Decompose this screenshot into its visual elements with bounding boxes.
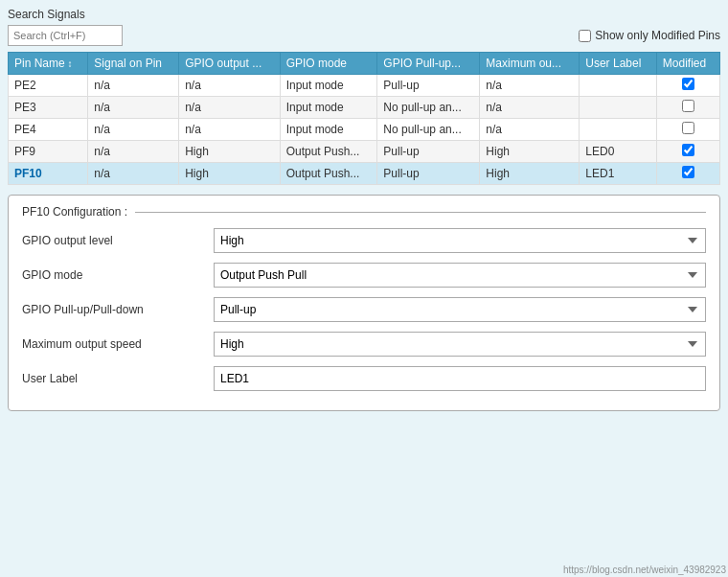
cell-gpio_output: High xyxy=(179,141,280,163)
config-select-gpio_mode[interactable]: Input modeOutput Push PullOutput Open Dr… xyxy=(214,263,706,288)
modified-checkbox[interactable] xyxy=(682,100,694,112)
config-row-user_label: User Label xyxy=(22,366,706,391)
table-row[interactable]: PF9n/aHighOutput Push...Pull-upHighLED0 xyxy=(9,141,720,163)
cell-signal_on_pin: n/a xyxy=(88,163,179,185)
cell-signal_on_pin: n/a xyxy=(88,75,179,97)
table-wrapper: Pin Name Signal on Pin GPIO output ... G… xyxy=(8,52,720,185)
config-title-text: PF10 Configuration : xyxy=(22,205,127,219)
modified-checkbox[interactable] xyxy=(682,122,694,134)
config-select-max_output_speed[interactable]: LowMediumHighVery High xyxy=(214,332,706,357)
config-row-gpio_pullup: GPIO Pull-up/Pull-downNo pull-up and no … xyxy=(22,297,706,322)
config-control-gpio_pullup: No pull-up and no pull-downPull-upPull-d… xyxy=(214,297,706,322)
col-modified[interactable]: Modified xyxy=(656,53,719,75)
config-label-gpio_output_level: GPIO output level xyxy=(22,234,214,247)
cell-modified xyxy=(656,97,719,119)
show-modified-label: Show only Modified Pins xyxy=(595,29,720,42)
cell-modified xyxy=(656,163,719,185)
cell-modified xyxy=(656,75,719,97)
search-label: Search Signals xyxy=(8,8,720,21)
cell-user_label: LED0 xyxy=(580,141,657,163)
cell-pin_name: PF10 xyxy=(9,163,88,185)
table-row[interactable]: PE2n/an/aInput modePull-upn/a xyxy=(9,75,720,97)
config-control-max_output_speed: LowMediumHighVery High xyxy=(214,332,706,357)
col-pin-name[interactable]: Pin Name xyxy=(9,53,88,75)
config-control-gpio_mode: Input modeOutput Push PullOutput Open Dr… xyxy=(214,263,706,288)
cell-gpio_mode: Output Push... xyxy=(280,163,377,185)
cell-user_label xyxy=(580,119,657,141)
modified-checkbox[interactable] xyxy=(682,166,694,178)
cell-gpio_mode: Input mode xyxy=(280,119,377,141)
col-user-label[interactable]: User Label xyxy=(580,53,657,75)
cell-signal_on_pin: n/a xyxy=(88,97,179,119)
modified-checkbox[interactable] xyxy=(682,78,694,90)
table-header-row: Pin Name Signal on Pin GPIO output ... G… xyxy=(9,53,720,75)
config-label-gpio_mode: GPIO mode xyxy=(22,268,214,282)
config-row-gpio_output_level: GPIO output levelLowHigh xyxy=(22,228,706,253)
config-label-max_output_speed: Maximum output speed xyxy=(22,337,214,351)
show-modified-checkbox[interactable] xyxy=(579,30,591,42)
config-control-gpio_output_level: LowHigh xyxy=(214,228,706,253)
cell-max_output: High xyxy=(480,163,580,185)
table-row[interactable]: PE3n/an/aInput modeNo pull-up an...n/a xyxy=(9,97,720,119)
main-container: Search Signals Show only Modified Pins P… xyxy=(0,0,728,419)
config-input-user_label[interactable] xyxy=(214,366,706,391)
config-label-gpio_pullup: GPIO Pull-up/Pull-down xyxy=(22,303,214,316)
config-control-user_label xyxy=(214,366,706,391)
cell-gpio_pullup: No pull-up an... xyxy=(377,97,480,119)
col-max-output[interactable]: Maximum ou... xyxy=(480,53,580,75)
config-label-user_label: User Label xyxy=(22,372,214,385)
cell-gpio_pullup: Pull-up xyxy=(377,163,480,185)
table-row[interactable]: PE4n/an/aInput modeNo pull-up an...n/a xyxy=(9,119,720,141)
cell-pin_name: PF9 xyxy=(9,141,88,163)
cell-signal_on_pin: n/a xyxy=(88,119,179,141)
show-modified-container: Show only Modified Pins xyxy=(579,29,720,42)
cell-user_label xyxy=(580,75,657,97)
cell-gpio_output: n/a xyxy=(179,119,280,141)
cell-user_label xyxy=(580,97,657,119)
config-select-gpio_output_level[interactable]: LowHigh xyxy=(214,228,706,253)
config-title: PF10 Configuration : xyxy=(22,205,706,219)
config-row-gpio_mode: GPIO modeInput modeOutput Push PullOutpu… xyxy=(22,263,706,288)
cell-gpio_mode: Output Push... xyxy=(280,141,377,163)
modified-checkbox[interactable] xyxy=(682,144,694,156)
cell-signal_on_pin: n/a xyxy=(88,141,179,163)
cell-max_output: n/a xyxy=(480,119,580,141)
cell-max_output: n/a xyxy=(480,75,580,97)
table-row[interactable]: PF10n/aHighOutput Push...Pull-upHighLED1 xyxy=(9,163,720,185)
config-select-gpio_pullup[interactable]: No pull-up and no pull-downPull-upPull-d… xyxy=(214,297,706,322)
config-fields: GPIO output levelLowHighGPIO modeInput m… xyxy=(22,228,706,391)
search-section: Search Signals Show only Modified Pins xyxy=(8,8,720,46)
cell-user_label: LED1 xyxy=(580,163,657,185)
cell-max_output: High xyxy=(480,141,580,163)
cell-pin_name: PE2 xyxy=(9,75,88,97)
col-gpio-pullup[interactable]: GPIO Pull-up... xyxy=(377,53,480,75)
cell-gpio_mode: Input mode xyxy=(280,97,377,119)
cell-gpio_pullup: Pull-up xyxy=(377,75,480,97)
col-gpio-output[interactable]: GPIO output ... xyxy=(179,53,280,75)
col-signal-on-pin[interactable]: Signal on Pin xyxy=(88,53,179,75)
pins-table: Pin Name Signal on Pin GPIO output ... G… xyxy=(8,52,720,185)
cell-pin_name: PE4 xyxy=(9,119,88,141)
cell-gpio_pullup: Pull-up xyxy=(377,141,480,163)
cell-modified xyxy=(656,141,719,163)
table-body: PE2n/an/aInput modePull-upn/aPE3n/an/aIn… xyxy=(9,75,720,185)
cell-pin_name: PE3 xyxy=(9,97,88,119)
cell-gpio_output: n/a xyxy=(179,97,280,119)
config-row-max_output_speed: Maximum output speedLowMediumHighVery Hi… xyxy=(22,332,706,357)
cell-gpio_output: High xyxy=(179,163,280,185)
cell-gpio_pullup: No pull-up an... xyxy=(377,119,480,141)
search-input[interactable] xyxy=(8,25,123,46)
cell-gpio_output: n/a xyxy=(179,75,280,97)
cell-modified xyxy=(656,119,719,141)
col-gpio-mode[interactable]: GPIO mode xyxy=(280,53,377,75)
search-row: Show only Modified Pins xyxy=(8,25,720,46)
cell-gpio_mode: Input mode xyxy=(280,75,377,97)
config-section: PF10 Configuration : GPIO output levelLo… xyxy=(8,195,720,411)
cell-max_output: n/a xyxy=(480,97,580,119)
